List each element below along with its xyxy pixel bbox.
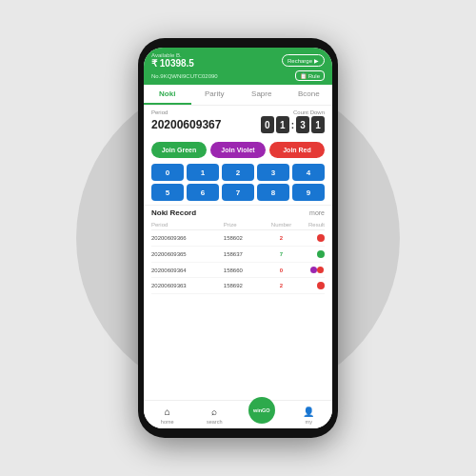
tab-bcone[interactable]: Bcone — [286, 85, 333, 105]
col-header-period: Period — [151, 222, 224, 228]
row2-period: 20200609365 — [151, 251, 224, 257]
row1-prize: 158602 — [224, 235, 268, 241]
num-btn-7[interactable]: 7 — [222, 184, 254, 201]
period-label-row: Period Count Down — [144, 106, 332, 115]
order-id: No.9KQWNI9CUTC02090 — [151, 73, 218, 79]
nav-search-label: search — [207, 419, 223, 425]
tab-parity[interactable]: Parity — [191, 85, 239, 105]
rules-icon: 📋 — [300, 72, 307, 79]
tabs-bar: Noki Parity Sapre Bcone — [144, 85, 332, 106]
number-row-2: 5 6 7 8 9 — [151, 184, 325, 201]
num-btn-4[interactable]: 4 — [292, 164, 325, 181]
phone-screen: Available B. ₹ 10398.5 Recharge ▶ No.9KQ… — [144, 48, 332, 428]
row3-number: 0 — [267, 268, 295, 273]
row2-prize: 158637 — [224, 251, 268, 257]
num-btn-3[interactable]: 3 — [257, 164, 289, 181]
num-btn-8[interactable]: 8 — [257, 184, 289, 201]
row2-result — [296, 250, 325, 258]
row3-period: 20200609364 — [151, 268, 224, 273]
noki-record-title: Noki Record — [151, 208, 196, 217]
nav-my[interactable]: 👤 my — [286, 405, 333, 425]
digit-1: 1 — [276, 116, 289, 133]
number-row-1: 0 1 2 3 4 — [151, 164, 325, 181]
num-btn-1[interactable]: 1 — [187, 164, 219, 181]
row4-prize: 158692 — [224, 283, 268, 288]
nav-search[interactable]: ⌕ search — [191, 405, 239, 425]
row1-result — [296, 234, 325, 242]
digit-sep: : — [291, 120, 294, 130]
phone-shell: Available B. ₹ 10398.5 Recharge ▶ No.9KQ… — [138, 38, 338, 438]
nav-wingo[interactable]: winGO — [238, 405, 286, 425]
join-green-button[interactable]: Join Green — [151, 142, 207, 158]
my-icon: 👤 — [302, 405, 315, 418]
row3-result — [296, 267, 325, 273]
row4-period: 20200609363 — [151, 283, 224, 288]
table-row: 20200609366 158602 2 — [151, 230, 325, 247]
balance-label: Available B. — [151, 52, 194, 58]
row4-result — [296, 282, 325, 289]
num-btn-0[interactable]: 0 — [151, 164, 184, 181]
digit-0: 0 — [261, 116, 274, 133]
number-grid: 0 1 2 3 4 5 6 7 8 9 — [144, 162, 332, 205]
row2-number: 7 — [267, 251, 295, 257]
row4-number: 2 — [267, 283, 295, 288]
rules-label: Rule — [308, 73, 320, 79]
recharge-button[interactable]: Recharge ▶ — [282, 54, 325, 67]
col-header-result: Result — [296, 222, 325, 228]
num-btn-2[interactable]: 2 — [222, 164, 254, 181]
record-table-header: Period Prize Number Result — [151, 220, 325, 230]
num-btn-9[interactable]: 9 — [292, 184, 325, 201]
nav-home-label: home — [161, 419, 174, 425]
col-header-price: Prize — [224, 222, 268, 228]
digit-2: 3 — [296, 116, 309, 133]
row3-prize: 158660 — [224, 268, 268, 273]
countdown-digits: 0 1 : 3 1 — [261, 116, 325, 133]
home-icon: ⌂ — [161, 405, 174, 418]
arrow-icon: ▶ — [314, 57, 319, 64]
record-table: Period Prize Number Result 20200609366 1… — [144, 220, 332, 400]
table-row: 20200609364 158660 0 — [151, 263, 325, 278]
num-btn-6[interactable]: 6 — [187, 184, 219, 201]
digit-3: 1 — [311, 116, 325, 133]
noki-record-header: Noki Record more — [144, 205, 332, 220]
join-red-button[interactable]: Join Red — [269, 142, 325, 158]
period-value-row: 20200609367 0 1 : 3 1 — [144, 115, 332, 138]
search-icon: ⌕ — [208, 405, 221, 418]
nav-home[interactable]: ⌂ home — [144, 405, 191, 425]
table-row: 20200609365 158637 7 — [151, 247, 325, 263]
row1-period: 20200609366 — [151, 235, 224, 241]
row1-number: 2 — [267, 235, 295, 241]
join-violet-button[interactable]: Join Violet — [210, 142, 266, 158]
table-row: 20200609363 158692 2 — [151, 278, 325, 294]
more-link[interactable]: more — [309, 209, 325, 216]
num-btn-5[interactable]: 5 — [151, 184, 184, 201]
recharge-label: Recharge — [288, 58, 312, 64]
action-buttons: Join Green Join Violet Join Red — [144, 138, 332, 162]
nav-my-label: my — [306, 419, 312, 425]
bottom-nav: ⌂ home ⌕ search winGO 👤 my — [144, 400, 332, 428]
balance-amount: ₹ 10398.5 — [151, 58, 194, 69]
tab-sapre[interactable]: Sapre — [238, 85, 286, 105]
wingo-circle: winGO — [248, 397, 275, 424]
period-number: 20200609367 — [151, 118, 221, 131]
tab-noki[interactable]: Noki — [144, 85, 191, 105]
header-bar: Available B. ₹ 10398.5 Recharge ▶ No.9KQ… — [144, 48, 332, 85]
rules-button[interactable]: 📋 Rule — [295, 70, 325, 81]
col-header-number: Number — [267, 222, 295, 228]
